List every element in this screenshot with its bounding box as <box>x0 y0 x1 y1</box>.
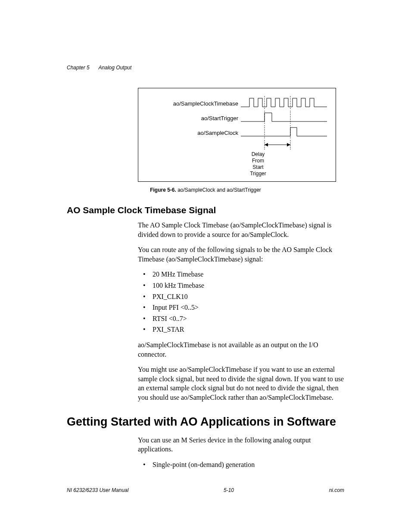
chapter-number: Chapter 5 <box>67 65 90 71</box>
list-item: PXI_CLK10 <box>138 292 344 302</box>
signal-row-sampleclock: ao/SampleClock <box>143 125 330 140</box>
waveform-icon <box>241 125 330 140</box>
delay-label: Delay From Start Trigger <box>241 151 275 177</box>
figure-label: Figure 5-6. <box>150 187 176 193</box>
list-item: PXI_STAR <box>138 325 344 334</box>
paragraph: You can use an M Series device in the fo… <box>138 436 344 454</box>
body-text-block: You can use an M Series device in the fo… <box>138 436 344 470</box>
waveform-icon <box>241 96 330 111</box>
list-item: 100 kHz Timebase <box>138 281 344 290</box>
section-subheading: AO Sample Clock Timebase Signal <box>67 205 344 215</box>
chapter-title: Analog Output <box>99 65 132 71</box>
signal-label: ao/SampleClock <box>143 130 241 136</box>
signal-label: ao/SampleClockTimebase <box>143 100 241 107</box>
paragraph: You can route any of the following signa… <box>138 245 344 264</box>
svg-marker-15 <box>287 143 290 146</box>
signal-row-timebase: ao/SampleClockTimebase <box>143 96 330 111</box>
body-text-block: The AO Sample Clock Timebase (ao/SampleC… <box>138 221 344 402</box>
delay-line: Delay <box>241 151 275 158</box>
figure-caption: Figure 5-6. ao/SampleClock and ao/StartT… <box>67 187 344 193</box>
list-item: Single-point (on-demand) generation <box>138 460 344 470</box>
signal-source-list: 20 MHz Timebase 100 kHz Timebase PXI_CLK… <box>138 270 344 334</box>
footer-center: 5-10 <box>224 487 234 493</box>
timing-diagram-figure: ao/SampleClockTimebase ao/StartTrigger <box>138 88 336 182</box>
footer-right: ni.com <box>329 487 344 493</box>
application-list: Single-point (on-demand) generation <box>138 460 344 470</box>
paragraph: The AO Sample Clock Timebase (ao/SampleC… <box>138 221 344 239</box>
signal-label: ao/StartTrigger <box>143 115 241 121</box>
list-item: 20 MHz Timebase <box>138 270 344 279</box>
list-item: RTSI <0..7> <box>138 314 344 324</box>
document-page: Chapter 5 Analog Output ao/SampleClockTi… <box>0 0 411 532</box>
delay-arrow-row <box>241 140 330 151</box>
running-header: Chapter 5 Analog Output <box>67 65 344 71</box>
list-item: Input PFI <0..5> <box>138 303 344 312</box>
delay-line: Start <box>241 164 275 171</box>
delay-line: From <box>241 158 275 164</box>
page-footer: NI 6232/6233 User Manual 5-10 ni.com <box>67 487 344 493</box>
main-heading: Getting Started with AO Applications in … <box>67 415 344 429</box>
svg-marker-14 <box>265 143 268 146</box>
figure-caption-text: ao/SampleClock and ao/StartTrigger <box>177 187 261 193</box>
waveform-icon <box>241 111 330 125</box>
delay-line: Trigger <box>241 171 275 177</box>
footer-left: NI 6232/6233 User Manual <box>67 487 128 493</box>
signal-row-starttrigger: ao/StartTrigger <box>143 111 330 125</box>
paragraph: ao/SampleClockTimebase is not available … <box>138 340 344 359</box>
paragraph: You might use ao/SampleClockTimebase if … <box>138 365 344 402</box>
